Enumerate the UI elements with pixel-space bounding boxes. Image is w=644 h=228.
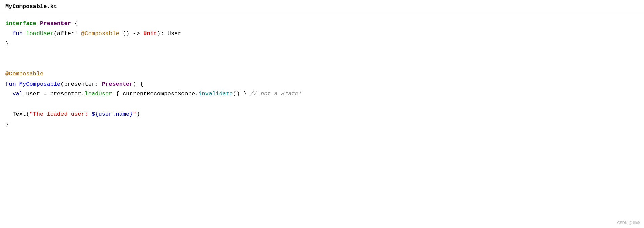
indent: [5, 30, 12, 37]
type-unit: Unit: [143, 30, 157, 37]
space: [23, 30, 26, 37]
comment-not-state: // not a State!: [250, 91, 302, 97]
annotation-composable: @Composable: [81, 30, 119, 37]
lambda-arrow: () ->: [119, 30, 143, 37]
string-interpolation: ${user.name}: [92, 111, 133, 117]
string-open: "The loaded user:: [29, 111, 92, 117]
file-title: MyComposable.kt: [5, 3, 57, 10]
watermark: CSDN @川峰: [617, 220, 640, 225]
space2: [16, 81, 19, 87]
method-loaduser: loadUser: [26, 30, 54, 37]
string-close: ": [133, 111, 136, 117]
code-line-4: [5, 49, 639, 59]
text-plain: [36, 20, 40, 27]
closing-brace: }: [5, 41, 9, 47]
return-type: ): User: [157, 30, 181, 37]
method-loaduser-2: loadUser: [85, 91, 113, 97]
code-line-3: }: [5, 39, 639, 49]
code-line-11: }: [5, 119, 639, 130]
code-line-8: val user = presenter.loadUser { currentR…: [5, 89, 639, 99]
code-area: interface Presenter { fun loadUser(after…: [0, 13, 644, 135]
code-line-10: Text("The loaded user: ${user.name}"): [5, 109, 639, 119]
keyword-fun: fun: [12, 30, 23, 37]
code-line-1: interface Presenter {: [5, 19, 639, 29]
code-line-7: fun MyComposable(presenter: Presenter) {: [5, 79, 639, 89]
text-paren-close: ): [137, 111, 140, 117]
method-invalidate: invalidate: [198, 91, 233, 97]
keyword-fun-2: fun: [5, 81, 16, 87]
code-line-5: [5, 59, 639, 69]
space3: { currentRecomposeScope.: [112, 91, 198, 97]
closing-params: ) {: [133, 81, 143, 87]
code-line-9: [5, 99, 639, 109]
function-mycomposable: MyComposable: [19, 81, 60, 87]
code-line-6: @Composable: [5, 69, 639, 79]
type-presenter: Presenter: [102, 81, 133, 87]
call-end: () }: [233, 91, 250, 97]
indent2: [5, 91, 12, 97]
params: (presenter:: [60, 81, 102, 87]
file-header: MyComposable.kt: [0, 0, 644, 13]
closing-brace-2: }: [5, 121, 9, 128]
paren: (after:: [54, 30, 81, 37]
text-brace: {: [71, 20, 78, 27]
code-line-2: fun loadUser(after: @Composable () -> Un…: [5, 29, 639, 39]
keyword-interface: interface: [5, 20, 36, 27]
indent3: Text(: [5, 111, 29, 117]
var-user: user = presenter.: [23, 91, 85, 97]
keyword-val: val: [12, 91, 23, 97]
class-name-presenter: Presenter: [40, 20, 71, 27]
annotation-composable-2: @Composable: [5, 71, 43, 77]
main-container: MyComposable.kt interface Presenter { fu…: [0, 0, 644, 228]
